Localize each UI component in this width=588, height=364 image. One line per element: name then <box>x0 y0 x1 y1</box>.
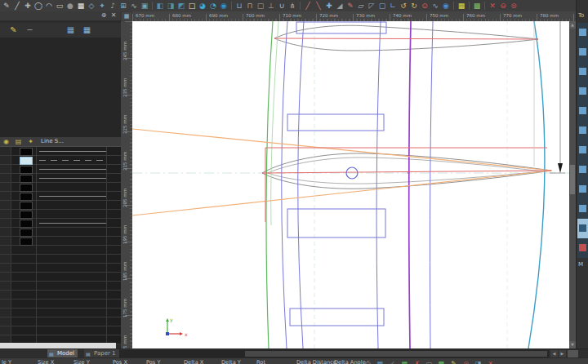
layer-color-swatch[interactable] <box>20 211 33 219</box>
toolbar-icon[interactable]: ♪ <box>108 1 118 11</box>
toolbar-icon[interactable]: ◢ <box>335 1 345 11</box>
layer-row[interactable] <box>0 147 121 156</box>
scroll-left-button[interactable]: ◀ <box>550 350 558 357</box>
toolbar-icon[interactable]: ◧ <box>155 1 165 11</box>
toolbar-icon[interactable]: ● <box>65 1 75 11</box>
drawing-canvas[interactable]: xy <box>132 21 569 348</box>
toolbar-icon[interactable]: ▢ <box>377 1 387 11</box>
toolbar-icon[interactable]: ◸ <box>367 1 376 11</box>
layer-row[interactable] <box>0 183 121 192</box>
layer-row[interactable] <box>0 237 121 246</box>
layer-row[interactable] <box>0 201 121 210</box>
layer-row[interactable] <box>0 210 121 219</box>
horizontal-scroll-thumb[interactable] <box>245 351 547 357</box>
scroll-right-button[interactable]: ▶ <box>559 350 566 357</box>
duplicate-layer-icon[interactable]: ▦ <box>82 24 92 35</box>
toolbar-icon[interactable]: □ <box>187 1 197 11</box>
toolbar-icon[interactable]: ▱ <box>356 1 366 11</box>
layer-row[interactable] <box>0 291 121 300</box>
right-panel-item[interactable] <box>577 121 588 140</box>
close-icon[interactable]: ✕ <box>109 11 118 20</box>
layer-row[interactable] <box>0 219 121 228</box>
layer-row[interactable] <box>0 309 121 317</box>
toolbar-icon[interactable]: ✎ <box>345 1 355 11</box>
layer-row[interactable] <box>0 246 121 255</box>
right-panel-item[interactable] <box>577 140 588 160</box>
layer-row[interactable] <box>0 192 121 201</box>
layer-row[interactable] <box>0 282 121 291</box>
toolbar-icon[interactable]: ∪ <box>277 1 287 11</box>
toolbar-icon[interactable]: ◠ <box>44 1 54 11</box>
right-panel-item[interactable] <box>577 82 588 101</box>
toolbar-icon[interactable]: ⊥ <box>266 1 276 11</box>
layer-color-swatch[interactable] <box>20 157 33 165</box>
status-icon[interactable]: ⎙ <box>363 359 372 364</box>
toolbar-icon[interactable]: ⊜ <box>509 1 519 11</box>
toolbar-icon[interactable]: ↺ <box>399 1 408 11</box>
remove-layer-icon[interactable]: − <box>24 24 35 35</box>
layer-row[interactable] <box>0 264 121 273</box>
toolbar-icon[interactable]: ⊖ <box>498 1 508 11</box>
vertical-scrollbar[interactable]: ▲ ▼ <box>569 21 576 348</box>
vertical-scroll-thumb[interactable] <box>570 165 575 194</box>
ruler-corner-button[interactable]: ▦ <box>121 11 132 21</box>
layer-color-swatch[interactable] <box>20 166 33 174</box>
right-panel-item[interactable] <box>577 101 588 121</box>
layer-color-swatch[interactable] <box>20 184 33 192</box>
lock-column-icon[interactable]: ▤ <box>14 137 23 146</box>
status-icon[interactable]: ◨ <box>474 359 483 364</box>
layer-color-swatch[interactable] <box>20 202 33 210</box>
layer-row[interactable] <box>0 300 121 309</box>
status-icon[interactable]: ✎ <box>449 359 458 364</box>
layer-row[interactable] <box>0 326 121 335</box>
pin-icon[interactable]: ⊕ <box>100 11 108 20</box>
status-icon[interactable]: ⊙ <box>461 359 470 364</box>
visible-column-icon[interactable]: ◉ <box>2 137 11 146</box>
toolbar-icon[interactable]: ◔ <box>208 1 218 11</box>
toolbar-icon[interactable]: ▩ <box>472 1 482 11</box>
horizontal-scrollbar[interactable] <box>114 350 549 357</box>
toolbar-icon[interactable]: ▣ <box>140 1 149 11</box>
toolbar-icon[interactable]: ⊙ <box>420 1 430 11</box>
right-panel-item[interactable] <box>577 23 588 42</box>
toolbar-icon[interactable]: ✚ <box>324 1 334 11</box>
toolbar-icon[interactable]: ╱ <box>12 1 22 11</box>
layer-row[interactable] <box>0 317 121 326</box>
layer-color-swatch[interactable] <box>20 193 33 201</box>
right-panel-item[interactable] <box>577 62 588 82</box>
status-icon[interactable]: ✓ <box>388 359 397 364</box>
right-panel-item[interactable] <box>577 160 588 180</box>
toolbar-icon[interactable]: ✎ <box>2 1 11 11</box>
toolbar-icon[interactable]: ╲ <box>314 1 323 11</box>
status-icon[interactable]: ▭ <box>425 359 434 364</box>
toolbar-icon[interactable]: ∿ <box>129 1 139 11</box>
right-panel-item[interactable] <box>577 42 588 62</box>
layer-color-swatch[interactable] <box>20 175 33 183</box>
toolbar-icon[interactable]: ↻ <box>409 1 419 11</box>
toolbar-icon[interactable]: ▢ <box>256 1 265 11</box>
toolbar-icon[interactable]: ∿ <box>430 1 440 11</box>
toolbar-icon[interactable]: ◯ <box>33 1 43 11</box>
right-panel-item-selected[interactable] <box>577 219 588 238</box>
print-column-icon[interactable]: ✦ <box>26 137 35 146</box>
toolbar-icon[interactable]: ◨ <box>166 1 176 11</box>
layer-row[interactable] <box>0 255 121 264</box>
toolbar-icon[interactable]: ◇ <box>87 1 96 11</box>
toolbar-icon[interactable]: ◕ <box>198 1 207 11</box>
toolbar-icon[interactable]: ⊞ <box>118 1 128 11</box>
scroll-up-button[interactable]: ▲ <box>569 21 576 29</box>
layer-color-swatch[interactable] <box>20 229 33 237</box>
edit-layer-icon[interactable]: ✎ <box>8 24 19 35</box>
layer-row[interactable] <box>0 165 121 174</box>
toolbar-icon[interactable]: ◉ <box>219 1 229 11</box>
layer-color-swatch[interactable] <box>20 148 33 156</box>
toolbar-icon[interactable]: ⋔ <box>287 1 297 11</box>
right-panel-item[interactable] <box>577 238 588 258</box>
layers-panel-scrollbar[interactable] <box>0 343 116 348</box>
toolbar-icon[interactable]: ▦ <box>457 1 466 11</box>
status-icon[interactable]: ✗ <box>412 359 421 364</box>
layer-row[interactable] <box>0 174 121 183</box>
toolbar-icon[interactable]: ∟ <box>388 1 398 11</box>
toolbar-icon[interactable]: ▦ <box>76 1 86 11</box>
status-icon[interactable]: ✕ <box>486 359 495 364</box>
